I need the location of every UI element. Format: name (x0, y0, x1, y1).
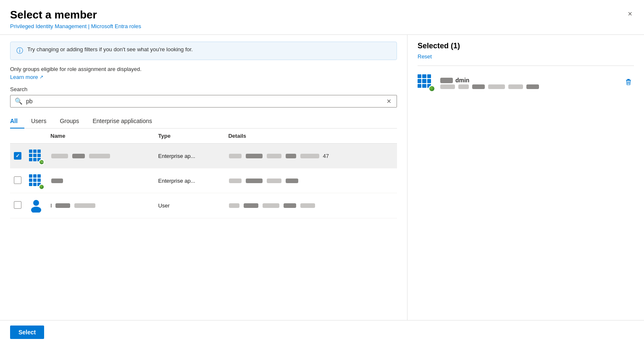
grid-app-icon-2 (29, 174, 41, 186)
row1-checkbox[interactable] (14, 152, 21, 160)
remove-selected-item-button[interactable] (623, 76, 634, 89)
page-subtitle: Privileged Identity Management | Microso… (10, 23, 634, 29)
selected-item-detail (439, 84, 618, 89)
selected-item: dmin (418, 71, 634, 95)
col-name: Name (47, 129, 155, 144)
globe-overlay-icon-2 (39, 184, 45, 190)
learn-more-link[interactable]: Learn more ↗ (10, 74, 397, 80)
close-button[interactable]: × (626, 8, 634, 19)
row1-checkbox-cell[interactable] (10, 144, 25, 168)
selected-item-info: dmin (439, 77, 618, 89)
search-input[interactable] (26, 98, 386, 105)
info-banner-text: Try changing or adding filters if you do… (27, 46, 193, 53)
col-checkbox (10, 129, 25, 144)
svg-point-0 (33, 200, 39, 206)
right-panel: Selected (1) Reset (407, 35, 644, 320)
table-row[interactable]: Enterprise ap... 47 (10, 144, 397, 168)
search-icon: 🔍 (15, 97, 23, 105)
page-title: Select a member (10, 8, 634, 21)
row2-details-cell (225, 168, 397, 193)
search-label: Search (10, 86, 397, 92)
user-avatar-icon (29, 197, 44, 213)
selected-item-icon (418, 74, 434, 91)
footer: Select (0, 320, 644, 344)
external-link-icon: ↗ (39, 74, 43, 80)
tabs-bar: All Users Groups Enterprise applications (10, 114, 397, 129)
selected-count-header: Selected (1) (418, 42, 634, 50)
table-row[interactable]: Enterprise ap... (10, 168, 397, 193)
row2-name-cell (47, 168, 155, 193)
svg-point-1 (31, 207, 41, 213)
table-header-row: Name Type Details (10, 129, 397, 144)
svg-rect-2 (627, 79, 630, 80)
grid-app-icon (29, 150, 41, 161)
row2-checkbox-cell[interactable] (10, 168, 25, 193)
search-box: 🔍 ✕ (10, 95, 397, 108)
col-details: Details (225, 129, 397, 144)
row1-icon-cell (25, 144, 47, 168)
row3-checkbox-cell[interactable] (10, 193, 25, 218)
row1-name-cell (47, 144, 155, 168)
col-type: Type (155, 129, 225, 144)
row3-details-cell (225, 193, 397, 218)
results-table: Name Type Details (10, 129, 397, 218)
row3-icon-cell (25, 193, 47, 218)
reset-link[interactable]: Reset (418, 53, 432, 60)
clear-search-button[interactable]: ✕ (386, 98, 392, 105)
results-table-container: Name Type Details (10, 129, 397, 313)
row1-type-cell: Enterprise ap... (155, 144, 225, 168)
row3-type-cell: User (155, 193, 225, 218)
tab-groups[interactable]: Groups (53, 114, 86, 129)
trash-icon (625, 78, 632, 86)
dialog-header: Select a member Privileged Identity Mana… (0, 0, 644, 35)
selected-item-name: dmin (439, 77, 618, 84)
globe-overlay-icon (39, 159, 45, 165)
tab-enterprise-applications[interactable]: Enterprise applications (86, 114, 159, 129)
selected-divider (418, 66, 634, 66)
notice-text: Only groups eligible for role assignment… (10, 66, 397, 72)
row2-icon-cell (25, 168, 47, 193)
info-banner: ⓘ Try changing or adding filters if you … (10, 42, 397, 60)
row3-checkbox[interactable] (14, 201, 21, 209)
tab-users[interactable]: Users (24, 114, 53, 129)
selected-item-globe-icon (428, 85, 435, 92)
row1-details-cell: 47 (225, 144, 397, 168)
row3-name-cell: I (47, 193, 155, 218)
left-panel: ⓘ Try changing or adding filters if you … (0, 35, 407, 320)
svg-rect-3 (626, 80, 631, 81)
main-content: ⓘ Try changing or adding filters if you … (0, 35, 644, 320)
row2-checkbox[interactable] (14, 176, 21, 184)
info-icon: ⓘ (16, 47, 23, 55)
select-button[interactable]: Select (10, 326, 44, 339)
tab-all[interactable]: All (10, 114, 24, 129)
table-row[interactable]: I User (10, 193, 397, 218)
col-icon (25, 129, 47, 144)
row2-type-cell: Enterprise ap... (155, 168, 225, 193)
selected-grid-icon (418, 74, 431, 88)
